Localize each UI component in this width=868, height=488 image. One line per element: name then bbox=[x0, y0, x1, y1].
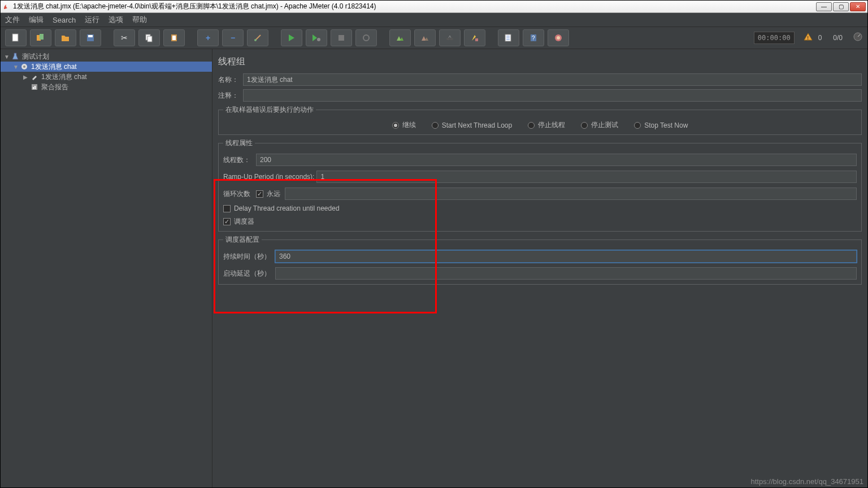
svg-rect-4 bbox=[88, 35, 93, 37]
shutdown-button[interactable] bbox=[355, 29, 377, 46]
svg-rect-11 bbox=[338, 35, 344, 41]
duration-input[interactable] bbox=[275, 250, 857, 263]
remote-stop-button[interactable] bbox=[414, 29, 436, 46]
window-titlebar: 1发送消息 chat.jmx (E:\apache-jmeter-4.0\bin… bbox=[1, 1, 867, 13]
editor-panel: 线程组 名称： 注释： 在取样器错误后要执行的动作 继续 Start Next … bbox=[212, 49, 867, 487]
name-label: 名称： bbox=[218, 75, 243, 85]
clear-all-button[interactable] bbox=[464, 29, 485, 46]
startup-delay-label: 启动延迟（秒） bbox=[223, 269, 273, 278]
cut-button[interactable]: ✂ bbox=[114, 29, 135, 46]
tree-toggle-icon[interactable]: ▶ bbox=[23, 74, 30, 80]
menu-help[interactable]: 帮助 bbox=[132, 15, 147, 25]
start-no-timers-button[interactable] bbox=[306, 29, 327, 46]
forever-label: 永远 bbox=[267, 189, 280, 199]
rampup-label: Ramp-Up Period (in seconds): bbox=[223, 173, 314, 181]
menu-options[interactable]: 选项 bbox=[108, 15, 123, 25]
open-button[interactable] bbox=[55, 29, 76, 46]
gauge-icon[interactable] bbox=[853, 32, 863, 44]
minimize-button[interactable]: — bbox=[816, 2, 832, 11]
svg-rect-8 bbox=[172, 36, 176, 40]
svg-text:?: ? bbox=[532, 35, 535, 41]
svg-rect-30 bbox=[34, 86, 36, 89]
function-helper-button[interactable]: ? bbox=[523, 29, 544, 46]
svg-rect-29 bbox=[33, 87, 34, 89]
menu-run[interactable]: 运行 bbox=[85, 15, 99, 25]
menu-search[interactable]: Search bbox=[53, 16, 76, 24]
start-button[interactable] bbox=[281, 29, 302, 46]
svg-rect-0 bbox=[12, 34, 18, 41]
svg-rect-15 bbox=[475, 38, 478, 41]
radio-stop-thread[interactable]: 停止线程 bbox=[528, 120, 565, 130]
svg-rect-3 bbox=[87, 34, 94, 41]
svg-rect-5 bbox=[146, 34, 150, 40]
radio-next-loop[interactable]: Start Next Thread Loop bbox=[432, 121, 513, 129]
maximize-button[interactable]: ▢ bbox=[833, 2, 849, 11]
pipette-icon bbox=[30, 72, 39, 81]
collapse-button[interactable]: − bbox=[222, 29, 244, 46]
svg-point-13 bbox=[446, 38, 450, 40]
templates-button[interactable] bbox=[30, 29, 51, 46]
rampup-input[interactable] bbox=[316, 171, 857, 183]
svg-point-27 bbox=[23, 66, 25, 68]
tree-report-label: 聚合报告 bbox=[41, 82, 68, 92]
tree-sampler-label: 1发送消息 chat bbox=[41, 72, 87, 82]
svg-text:!: ! bbox=[807, 35, 809, 41]
tree-toggle-icon[interactable]: ▼ bbox=[4, 54, 11, 60]
svg-point-12 bbox=[363, 35, 369, 41]
stop-button[interactable] bbox=[331, 29, 352, 46]
startup-delay-input[interactable] bbox=[275, 267, 857, 280]
tree-root-testplan[interactable]: ▼ 测试计划 bbox=[1, 51, 212, 62]
paste-button[interactable] bbox=[163, 29, 185, 46]
menu-file[interactable]: 文件 bbox=[5, 15, 20, 25]
svg-point-23 bbox=[557, 36, 560, 40]
remote-start-button[interactable] bbox=[389, 29, 411, 46]
tree-toggle-icon[interactable]: ▼ bbox=[13, 64, 20, 70]
toggle-button[interactable] bbox=[247, 29, 268, 46]
svg-point-14 bbox=[450, 38, 453, 40]
loop-input[interactable] bbox=[285, 188, 857, 200]
window-title: 1发送消息 chat.jmx (E:\apache-jmeter-4.0\bin… bbox=[13, 2, 815, 11]
thread-properties-fieldset: 线程属性 线程数： Ramp-Up Period (in seconds): 循… bbox=[218, 138, 862, 232]
save-button[interactable] bbox=[80, 29, 101, 46]
app-icon bbox=[2, 3, 10, 11]
svg-point-10 bbox=[317, 38, 320, 41]
gear-icon bbox=[20, 62, 29, 71]
close-button[interactable]: ✕ bbox=[850, 2, 866, 11]
tree-group-label: 1发送消息 chat bbox=[31, 62, 77, 72]
tree-sampler[interactable]: ▶ 1发送消息 chat bbox=[1, 72, 212, 82]
scheduler-checkbox[interactable] bbox=[223, 218, 231, 225]
toolbar: ✂ + − ? 00:00:00 ! 0 0/0 bbox=[1, 27, 867, 49]
loop-label: 循环次数 bbox=[223, 189, 254, 199]
duration-label: 持续时间（秒） bbox=[223, 252, 273, 262]
copy-button[interactable] bbox=[138, 29, 160, 46]
name-input[interactable] bbox=[243, 73, 862, 86]
error-action-legend: 在取样器错误后要执行的动作 bbox=[223, 105, 316, 115]
flask-icon bbox=[11, 52, 20, 61]
svg-point-9 bbox=[254, 39, 257, 41]
new-button[interactable] bbox=[5, 29, 27, 46]
threads-input[interactable] bbox=[256, 154, 857, 166]
menu-bar: 文件 编辑 Search 运行 选项 帮助 bbox=[1, 13, 867, 27]
radio-continue[interactable]: 继续 bbox=[392, 120, 416, 130]
search-tree-button[interactable] bbox=[498, 29, 519, 46]
svg-rect-1 bbox=[37, 35, 41, 41]
clear-button[interactable] bbox=[439, 29, 461, 46]
delay-thread-checkbox[interactable] bbox=[223, 205, 231, 212]
warning-icon[interactable]: ! bbox=[804, 33, 813, 43]
report-icon bbox=[30, 82, 39, 91]
tree-thread-group[interactable]: ▼ 1发送消息 chat bbox=[1, 62, 212, 72]
help-button[interactable] bbox=[548, 29, 569, 46]
radio-stop-now[interactable]: Stop Test Now bbox=[634, 121, 688, 129]
comment-input[interactable] bbox=[243, 89, 862, 102]
radio-stop-test[interactable]: 停止测试 bbox=[581, 120, 618, 130]
thread-count: 0/0 bbox=[833, 34, 843, 42]
expand-button[interactable]: + bbox=[197, 29, 219, 46]
menu-edit[interactable]: 编辑 bbox=[29, 15, 44, 25]
svg-rect-2 bbox=[40, 34, 44, 40]
tree-aggregate-report[interactable]: ▶ 聚合报告 bbox=[1, 82, 212, 92]
error-action-fieldset: 在取样器错误后要执行的动作 继续 Start Next Thread Loop … bbox=[218, 105, 862, 135]
warning-count: 0 bbox=[818, 34, 822, 42]
test-plan-tree[interactable]: ▼ 测试计划 ▼ 1发送消息 chat ▶ 1发送消息 chat ▶ 聚合报告 bbox=[1, 49, 212, 487]
thread-properties-legend: 线程属性 bbox=[223, 138, 255, 148]
forever-checkbox[interactable] bbox=[256, 190, 263, 198]
